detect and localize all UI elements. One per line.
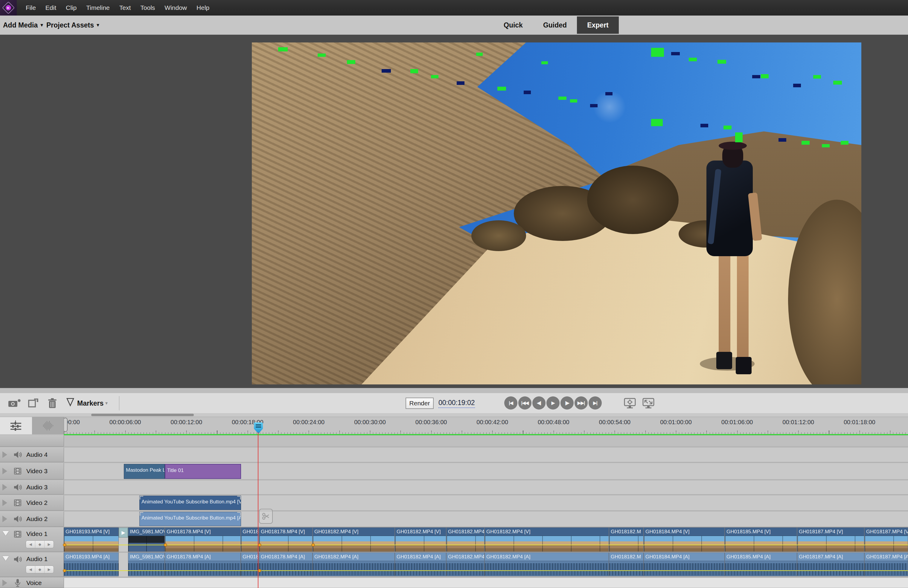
track-header-video1[interactable]: Video 1◀◆▶	[0, 527, 64, 552]
fullscreen-button[interactable]	[642, 398, 655, 409]
timeline-clip[interactable]: GH018185.MP4 [A]	[724, 553, 797, 576]
menu-file[interactable]: File	[21, 0, 41, 16]
rubber-band-line[interactable]	[64, 570, 908, 571]
voice-lane[interactable]	[64, 578, 908, 588]
keyframe-dot[interactable]	[63, 543, 66, 547]
timeline-clip[interactable]: Mastodon Peak L	[124, 464, 165, 479]
play-button[interactable]: ▶	[546, 396, 560, 410]
mode-tab-expert[interactable]: Expert	[577, 16, 619, 34]
keyframe-navigator[interactable]: ◀◆▶	[26, 540, 54, 548]
expand-track-icon[interactable]	[2, 484, 7, 490]
scrollbar-thumb[interactable]	[91, 414, 194, 416]
track-header-video2[interactable]: Video 2	[0, 495, 64, 511]
track-header-audio1[interactable]: Audio 1◀◆▶	[0, 553, 64, 577]
markers-menu[interactable]: Markers	[77, 397, 103, 409]
timeline-clip[interactable]: GH018182.MP4 [A]	[312, 553, 395, 576]
menu-clip[interactable]: Clip	[61, 0, 81, 16]
delete-button[interactable]	[45, 397, 60, 409]
timeline-clip[interactable]: GH0181	[241, 527, 259, 552]
keyframe-dot[interactable]	[312, 543, 315, 547]
menu-help[interactable]: Help	[192, 0, 214, 16]
timeline-clip[interactable]: GH018187.MP4 [A]	[797, 553, 865, 576]
rubber-band-line[interactable]	[64, 545, 908, 545]
add-snapshot-button[interactable]	[7, 397, 22, 409]
timeline-clip[interactable]: GH018193.MP4 [V]	[64, 527, 119, 552]
menu-text[interactable]: Text	[114, 0, 136, 16]
timeline-clip[interactable]: GH0181	[241, 553, 259, 576]
timeline-clip[interactable]: GH018178.MP4 [V]	[259, 527, 312, 552]
project-assets-button[interactable]: Project Assets▼	[47, 16, 100, 35]
track-header-audio3[interactable]: Audio 3	[0, 480, 64, 495]
expand-track-icon[interactable]	[2, 500, 7, 506]
timeline-clip[interactable]: GH018193.MP4 [A]	[64, 553, 119, 576]
timeline-scrollbar[interactable]	[0, 413, 908, 417]
playhead-line[interactable]	[258, 432, 258, 588]
video-preview[interactable]	[252, 42, 861, 384]
timeline-clip[interactable]: Animated YouTube Subscribe Button.mp4 [A	[139, 512, 241, 526]
expand-track-icon[interactable]	[2, 516, 7, 522]
timeline-clip[interactable]: GH018182.MP4 [V]	[446, 527, 485, 552]
ruler-timecodes[interactable]: 00:00:00:0000:00:06:0000:00:12:0000:00:1…	[64, 417, 908, 434]
keyframe-dot[interactable]	[164, 543, 167, 547]
go-to-out-button[interactable]: ▶|	[589, 396, 602, 410]
timeline-clip[interactable]: GH018178.MP4 [A]	[165, 553, 241, 576]
menu-edit[interactable]: Edit	[41, 0, 61, 16]
audio4-lane[interactable]	[64, 448, 908, 462]
timeline-clip[interactable]: IMG_5981.MOV [V]	[128, 527, 165, 552]
collapse-track-icon[interactable]	[2, 556, 9, 561]
track-header-audio2[interactable]: Audio 2	[0, 511, 64, 527]
timeline-clip[interactable]: GH018187.MP4 [V]	[797, 527, 865, 552]
timeline-clip[interactable]: GH018185.MP4 [V]	[724, 527, 797, 552]
timeline-clip[interactable]: GH018182.MP4 [A]	[395, 553, 446, 576]
track-header-spacer[interactable]	[0, 435, 64, 447]
render-button[interactable]: Render	[406, 398, 434, 409]
split-clip-scissors-icon[interactable]	[259, 509, 273, 524]
timeline-clip[interactable]: GH018182.MP4 [V]	[485, 527, 609, 552]
work-area-handle[interactable]	[64, 418, 68, 432]
keyframe-dot[interactable]	[258, 569, 261, 572]
track-header-video3[interactable]: Video 3	[0, 463, 64, 479]
menu-window[interactable]: Window	[160, 0, 192, 16]
step-forward-button[interactable]: |▶	[560, 396, 574, 410]
timeline-clip[interactable]: GH018182.MP4 [V]	[312, 527, 395, 552]
timeline-ruler[interactable]: 00:00:00:0000:00:06:0000:00:12:0000:00:1…	[0, 417, 908, 434]
mode-tab-quick[interactable]: Quick	[493, 16, 533, 34]
timeline-clip[interactable]: GH018178.MP4 [A]	[259, 553, 312, 576]
rewind-button[interactable]: |◀◀	[518, 396, 531, 410]
timeline-clip[interactable]: GH018184.MP4 [V]	[644, 527, 724, 552]
timeline-clip[interactable]: IMG_5981.MOV [A]	[128, 553, 165, 576]
mode-tab-guided[interactable]: Guided	[533, 16, 577, 34]
keyframe-dot[interactable]	[258, 543, 261, 547]
transition-icon[interactable]: ▶	[119, 528, 128, 538]
current-timecode[interactable]: 00:00:19:02	[438, 399, 475, 408]
timeline-clip[interactable]: GH018184.MP4 [A]	[644, 553, 724, 576]
go-to-in-button[interactable]: |◀	[504, 396, 517, 410]
timeline-clip[interactable]: GH018182.MP4 [V]	[395, 527, 446, 552]
step-back-button[interactable]: ◀|	[532, 396, 546, 410]
collapse-track-icon[interactable]	[2, 531, 9, 536]
timeline-clip[interactable]: GH018182.MP4 [A]	[446, 553, 485, 576]
expand-track-icon[interactable]	[2, 580, 7, 586]
keyframe-dot[interactable]	[63, 569, 66, 572]
timeline-clip[interactable]: GH018187.MP4 [A]	[865, 553, 908, 576]
track-header-audio4[interactable]: Audio 4	[0, 447, 64, 462]
timeline-clip[interactable]: GH018187.MP4 [V]	[865, 527, 908, 552]
menu-tools[interactable]: Tools	[135, 0, 160, 16]
fast-forward-button[interactable]: ▶▶|	[575, 396, 588, 410]
timeline-clip[interactable]: Title 01	[165, 464, 241, 479]
add-media-button[interactable]: Add Media▼	[3, 16, 44, 35]
track-header-voice[interactable]: Voice	[0, 578, 64, 588]
timeline-clip[interactable]: GH018178.MP4 [V]	[165, 527, 241, 552]
timeline-clip[interactable]: Animated YouTube Subscribe Button.mp4 [V	[139, 496, 241, 510]
expand-track-icon[interactable]	[2, 451, 7, 458]
track-settings-button[interactable]	[0, 417, 32, 434]
spacer-lane[interactable]	[64, 435, 908, 446]
keyframe-navigator[interactable]: ◀◆▶	[26, 566, 54, 574]
audio3-lane[interactable]	[64, 480, 908, 494]
expand-track-icon[interactable]	[2, 468, 7, 474]
timeline-clip[interactable]: GH018182.MP4 [A]	[485, 553, 609, 576]
rotate-crop-button[interactable]	[26, 397, 41, 409]
timeline-clip[interactable]: GH018182.M	[609, 527, 644, 552]
audio-mixer-button[interactable]	[32, 417, 64, 434]
timeline-clip[interactable]: GH018182.M	[609, 553, 644, 576]
